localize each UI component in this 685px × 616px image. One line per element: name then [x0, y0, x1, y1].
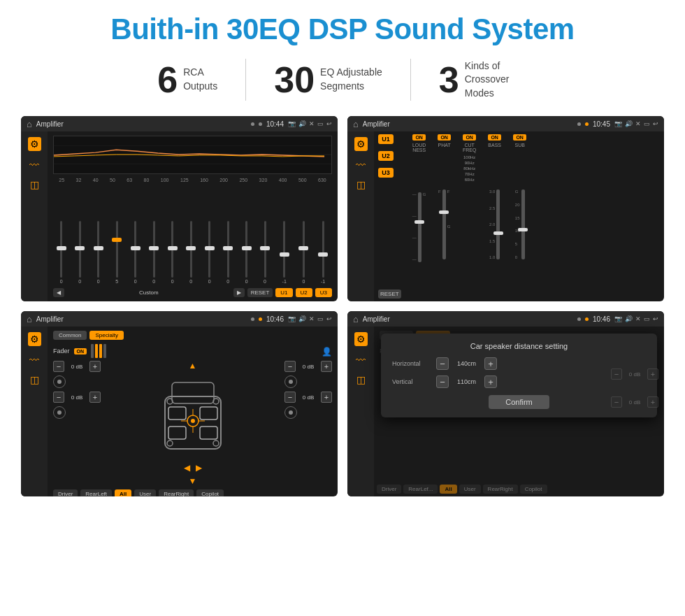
- fader-sidebar: ⚙ 〰 ◫: [21, 327, 48, 496]
- fader-minus-2[interactable]: −: [53, 392, 64, 403]
- arrow-right[interactable]: ▶: [196, 463, 202, 473]
- mixer-fader-loudness[interactable]: [418, 192, 421, 262]
- x-icon-2: ✕: [635, 120, 641, 127]
- eq-slider-13[interactable]: -1: [282, 221, 287, 284]
- fader-minus-3[interactable]: −: [284, 361, 296, 372]
- fader-knob-bl[interactable]: [53, 406, 66, 419]
- eq-sidebar-icon-1[interactable]: ⚙: [28, 137, 41, 151]
- dist-sidebar-icon-3[interactable]: ◫: [356, 374, 366, 385]
- fader-sidebar-icon-2[interactable]: 〰: [29, 354, 39, 366]
- dist-horizontal-minus[interactable]: −: [436, 357, 449, 370]
- status-bar-3: ⌂ Amplifier 10:46 📷 🔊 ✕ ▭ ↩: [21, 311, 338, 327]
- freq-630: 630: [318, 178, 326, 182]
- mixer-ch-cutfreq-toggle[interactable]: ON: [463, 134, 476, 141]
- mixer-u1-btn[interactable]: U1: [378, 134, 394, 144]
- home-icon-3[interactable]: ⌂: [27, 314, 32, 324]
- eq-play-btn[interactable]: ▶: [233, 288, 245, 297]
- fader-mini-1: [91, 344, 94, 358]
- eq-slider-2[interactable]: 0: [78, 221, 81, 284]
- eq-slider-1[interactable]: 0: [60, 221, 63, 284]
- eq-sidebar-icon-3[interactable]: ◫: [30, 179, 39, 190]
- mixer-u3-btn[interactable]: U3: [378, 168, 394, 178]
- fader-sidebar-icon-3[interactable]: ◫: [30, 374, 39, 385]
- mixer-sidebar-icon-3[interactable]: ◫: [356, 179, 366, 190]
- fader-settings-icon[interactable]: 👤: [322, 347, 332, 357]
- mixer-fader-phat[interactable]: [442, 189, 446, 259]
- eq-slider-11[interactable]: 0: [245, 221, 248, 284]
- eq-reset-btn[interactable]: RESET: [247, 288, 273, 297]
- mixer-ch-loudness-toggle[interactable]: ON: [412, 134, 426, 141]
- back-icon-1[interactable]: ↩: [326, 120, 332, 127]
- eq-slider-14[interactable]: 0: [302, 221, 305, 284]
- fader-btn-rearleft[interactable]: RearLeft: [80, 489, 112, 496]
- fader-minus-1[interactable]: −: [53, 361, 64, 372]
- fader-btn-user[interactable]: User: [134, 489, 156, 496]
- eq-slider-4[interactable]: 5: [115, 221, 118, 284]
- eq-slider-9[interactable]: 0: [208, 221, 211, 284]
- fader-btn-all[interactable]: All: [115, 489, 131, 496]
- eq-slider-6[interactable]: 0: [152, 221, 155, 284]
- confirm-button[interactable]: Confirm: [489, 395, 549, 409]
- fader-knob-tl[interactable]: [53, 375, 66, 388]
- fader-knob-br[interactable]: [284, 406, 297, 419]
- dist-horizontal-plus[interactable]: +: [484, 357, 497, 370]
- fader-toggle[interactable]: ON: [74, 348, 87, 354]
- mixer-fader-bass[interactable]: [496, 189, 500, 259]
- eq-prev-btn[interactable]: ◀: [53, 288, 64, 297]
- fader-tab-common[interactable]: Common: [53, 331, 87, 340]
- battery-icon-4: ▭: [644, 315, 650, 322]
- eq-sidebar-icon-2[interactable]: 〰: [29, 159, 39, 171]
- eq-main: 25 32 40 50 63 80 100 125 160 200 250 32…: [48, 131, 338, 301]
- back-icon-3[interactable]: ↩: [326, 315, 332, 322]
- fader-plus-2[interactable]: +: [89, 392, 101, 403]
- stat-crossover-label: Kinds ofCrossover Modes: [465, 59, 528, 101]
- arrow-down[interactable]: ▼: [189, 476, 197, 486]
- eq-u1-btn[interactable]: U1: [275, 288, 292, 297]
- eq-slider-7[interactable]: 0: [171, 221, 174, 284]
- fader-plus-1[interactable]: +: [89, 361, 101, 372]
- fader-btn-driver[interactable]: Driver: [53, 489, 78, 496]
- fader-tab-specialty[interactable]: Specialty: [89, 331, 123, 340]
- fader-db-val-2: 0 dB: [67, 394, 87, 401]
- mixer-sidebar-icon-1[interactable]: ⚙: [354, 137, 368, 151]
- freq-63: 63: [127, 178, 132, 182]
- dist-sidebar-icon-1[interactable]: ⚙: [354, 332, 368, 346]
- mixer-sidebar-icon-2[interactable]: 〰: [356, 159, 366, 171]
- screen-eq: ⌂ Amplifier 10:44 📷 🔊 ✕ ▭ ↩ ⚙ 〰 ◫: [21, 116, 338, 301]
- eq-slider-10[interactable]: 0: [226, 221, 229, 284]
- eq-slider-8[interactable]: 0: [189, 221, 192, 284]
- back-icon-4[interactable]: ↩: [653, 315, 658, 322]
- fader-plus-3[interactable]: +: [321, 361, 332, 372]
- page-wrapper: Buith-in 30EQ DSP Sound System 6 RCAOutp…: [0, 0, 685, 509]
- mixer-ch-phat-toggle[interactable]: ON: [438, 134, 451, 141]
- back-icon-2[interactable]: ↩: [653, 120, 658, 127]
- arrow-left[interactable]: ◀: [184, 463, 190, 473]
- dist-vertical-minus[interactable]: −: [436, 375, 449, 388]
- x-icon-4: ✕: [635, 315, 641, 322]
- dist-vertical-plus[interactable]: +: [484, 375, 497, 388]
- fader-db-val-4: 0 dB: [298, 394, 318, 401]
- fader-btn-copilot[interactable]: Copilot: [196, 489, 224, 496]
- dist-btn-driver[interactable]: Driver: [377, 485, 401, 494]
- fader-knob-tr[interactable]: [284, 375, 297, 388]
- mixer-reset-btn[interactable]: RESET: [378, 289, 401, 299]
- fader-minus-4[interactable]: −: [284, 392, 296, 403]
- eq-slider-5[interactable]: 0: [134, 221, 137, 284]
- eq-slider-3[interactable]: 0: [97, 221, 100, 284]
- eq-slider-12[interactable]: 0: [264, 221, 266, 284]
- home-icon-2[interactable]: ⌂: [353, 119, 359, 129]
- home-icon-1[interactable]: ⌂: [27, 119, 32, 129]
- fader-plus-4[interactable]: +: [321, 392, 332, 403]
- mixer-u2-btn[interactable]: U2: [378, 151, 394, 161]
- arrow-up[interactable]: ▲: [189, 361, 197, 371]
- fader-btn-rearright[interactable]: RearRight: [159, 489, 194, 496]
- dist-sidebar-icon-2[interactable]: 〰: [356, 354, 366, 366]
- eq-slider-15[interactable]: -1: [321, 221, 325, 284]
- mixer-ch-bass-toggle[interactable]: ON: [488, 134, 501, 141]
- eq-u2-btn[interactable]: U2: [296, 288, 312, 297]
- eq-u3-btn[interactable]: U3: [315, 288, 332, 297]
- mixer-fader-sub[interactable]: [521, 189, 525, 259]
- mixer-ch-sub-toggle[interactable]: ON: [513, 134, 526, 141]
- home-icon-4[interactable]: ⌂: [353, 314, 359, 324]
- fader-sidebar-icon-1[interactable]: ⚙: [28, 332, 41, 346]
